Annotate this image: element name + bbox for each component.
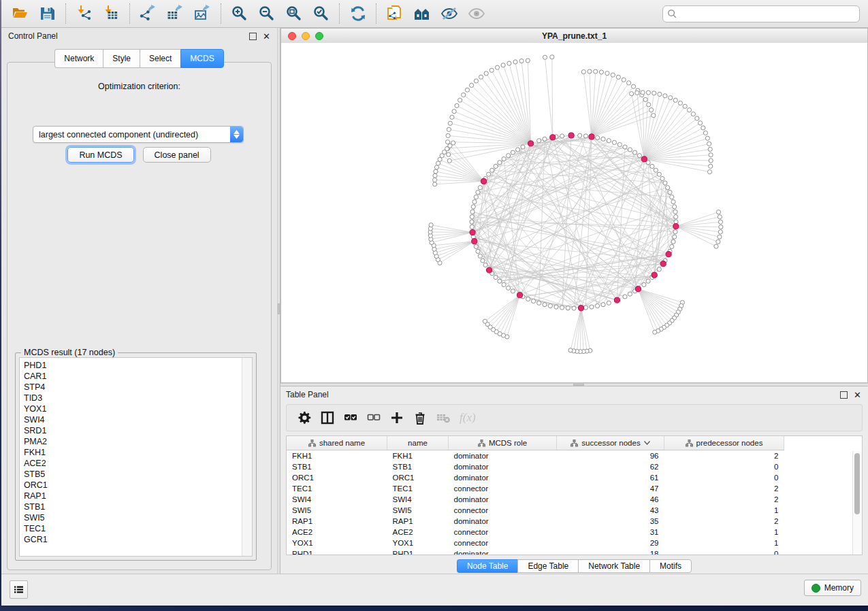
zoom-out-button[interactable]	[253, 2, 280, 25]
apply-layout-button[interactable]	[344, 2, 372, 25]
import-table-button[interactable]	[98, 2, 125, 25]
zoom-fit-icon	[285, 5, 303, 22]
zoom-selected-button[interactable]	[308, 2, 335, 25]
toolbar-separator	[376, 3, 377, 24]
table-toolbar: f(x)	[286, 404, 863, 431]
table-row[interactable]: SWI4SWI4dominator462	[287, 494, 784, 505]
table-row[interactable]: TEC1TEC1connector472	[287, 483, 784, 494]
network-window: YPA_prune.txt_1	[280, 28, 868, 383]
tab-select[interactable]: Select	[140, 49, 180, 68]
result-node-item[interactable]: SWI4	[24, 414, 242, 425]
result-node-item[interactable]: GCR1	[24, 534, 242, 545]
select-all-button[interactable]	[344, 411, 357, 425]
select-all-icon	[344, 411, 357, 425]
toggle-column-panel-button[interactable]	[321, 411, 334, 425]
table-row[interactable]: PHD1PHD1dominator180	[287, 548, 784, 555]
result-node-item[interactable]: TEC1	[24, 523, 242, 534]
show-all-button[interactable]	[463, 2, 490, 25]
table-row[interactable]: RAP1RAP1dominator352	[287, 516, 784, 527]
result-node-item[interactable]: STP4	[24, 382, 242, 393]
export-network-icon	[140, 5, 157, 22]
tab-network-table[interactable]: Network Table	[578, 559, 649, 573]
column-header-shared-name[interactable]: shared name	[287, 436, 387, 450]
run-mcds-button[interactable]: Run MCDS	[67, 147, 133, 163]
close-panel-icon[interactable]: ✕	[854, 391, 861, 399]
result-node-item[interactable]: YOX1	[24, 403, 242, 414]
float-panel-icon[interactable]	[840, 391, 848, 399]
zoom-in-button[interactable]	[226, 2, 253, 25]
tab-style[interactable]: Style	[103, 49, 140, 68]
result-node-item[interactable]: TID3	[24, 393, 242, 403]
column-header-name[interactable]: name	[387, 436, 449, 450]
zoom-fit-button[interactable]	[280, 2, 308, 25]
table-row[interactable]: FKH1FKH1dominator962	[287, 450, 784, 462]
result-node-item[interactable]: ORC1	[24, 480, 242, 491]
control-panel: Control Panel ✕ Optimization criterion: …	[1, 28, 277, 574]
table-row[interactable]: YOX1YOX1connector291	[287, 538, 784, 548]
add-column-button[interactable]	[390, 411, 404, 425]
result-node-item[interactable]: ACE2	[24, 458, 242, 469]
main-toolbar	[1, 0, 868, 28]
scrollbar-thumb[interactable]	[854, 453, 860, 514]
task-history-button[interactable]	[10, 580, 28, 599]
table-row[interactable]: ORC1ORC1dominator610	[287, 472, 784, 483]
tab-mcds[interactable]: MCDS	[180, 49, 223, 68]
mcds-result-list[interactable]: PHD1CAR1STP4TID3YOX1SWI4SRD1PMA2FKH1ACE2…	[19, 357, 253, 557]
first-neighbors-button[interactable]	[408, 2, 436, 25]
open-file-button[interactable]	[7, 2, 34, 25]
tab-motifs[interactable]: Motifs	[649, 559, 692, 573]
delete-column-button[interactable]	[413, 411, 427, 425]
close-panel-button[interactable]: Close panel	[143, 147, 211, 163]
result-node-item[interactable]: RAP1	[24, 491, 242, 501]
network-window-titlebar[interactable]: YPA_prune.txt_1	[281, 29, 867, 44]
column-header-MCDS-role[interactable]: MCDS role	[449, 436, 557, 450]
search-box[interactable]	[662, 5, 860, 22]
table-scrollbar[interactable]	[852, 451, 862, 555]
column-header-predecessor-nodes[interactable]: predecessor nodes	[664, 436, 784, 450]
result-node-item[interactable]: FKH1	[24, 447, 242, 458]
export-table-button[interactable]	[162, 2, 189, 25]
float-panel-icon[interactable]	[249, 33, 257, 40]
optimization-criterion-select[interactable]: largest connected component (undirected)	[33, 126, 244, 143]
result-node-item[interactable]: SRD1	[24, 425, 242, 436]
minimize-window-icon[interactable]	[302, 32, 310, 40]
close-panel-icon[interactable]: ✕	[263, 33, 270, 40]
splitter-grip[interactable]	[573, 384, 584, 386]
graph-nodes[interactable]	[428, 55, 723, 354]
settings-button[interactable]	[298, 411, 311, 425]
result-node-item[interactable]: PHD1	[24, 360, 242, 371]
column-header-successor-nodes[interactable]: successor nodes	[557, 436, 664, 450]
result-node-item[interactable]: STB1	[24, 501, 242, 512]
deselect-all-icon	[367, 411, 381, 425]
tab-network[interactable]: Network	[54, 49, 103, 68]
export-image-button[interactable]	[189, 2, 216, 25]
result-node-item[interactable]: SWI5	[24, 512, 242, 523]
search-input[interactable]	[677, 9, 855, 20]
maximize-window-icon[interactable]	[315, 32, 323, 40]
tab-edge-table[interactable]: Edge Table	[517, 559, 578, 573]
column-type-icon	[478, 440, 485, 447]
close-window-icon[interactable]	[288, 32, 296, 40]
delete-table-button[interactable]	[436, 411, 450, 425]
result-node-item[interactable]: CAR1	[24, 371, 242, 382]
network-canvas[interactable]	[281, 43, 867, 382]
tab-node-table[interactable]: Node Table	[457, 559, 518, 573]
node-table[interactable]: shared namenameMCDS rolesuccessor nodesp…	[286, 435, 863, 555]
deselect-all-button[interactable]	[367, 411, 381, 425]
new-network-from-selection-button[interactable]	[381, 2, 408, 25]
function-builder-button[interactable]: f(x)	[460, 411, 476, 425]
import-network-button[interactable]	[71, 2, 98, 25]
result-list-scrollbar[interactable]	[242, 358, 252, 556]
hide-selected-button[interactable]	[436, 2, 463, 25]
network-graph[interactable]	[281, 43, 867, 382]
table-row[interactable]: ACE2ACE2connector311	[287, 527, 784, 538]
save-session-button[interactable]	[34, 2, 61, 25]
memory-button[interactable]: Memory	[804, 580, 861, 596]
table-row[interactable]: SWI5SWI5connector431	[287, 505, 784, 516]
result-node-item[interactable]: STB5	[24, 469, 242, 480]
mcds-result-group-title: MCDS result (17 nodes)	[21, 348, 118, 357]
result-node-item[interactable]: PMA2	[24, 436, 242, 447]
table-row[interactable]: STB1STB1dominator620	[287, 461, 784, 472]
export-network-button[interactable]	[135, 2, 162, 25]
splitter-grip[interactable]	[278, 303, 280, 314]
